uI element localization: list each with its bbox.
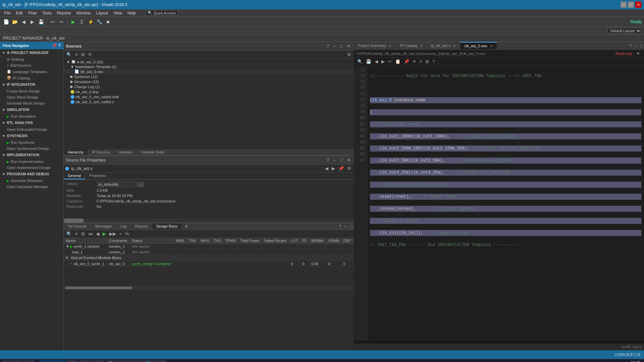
minimize-button[interactable]: ─ <box>621 2 627 8</box>
editor-cut-button[interactable]: ✂ <box>387 58 393 65</box>
stop-button[interactable]: ■ <box>104 18 112 26</box>
back-button[interactable]: ◀ <box>19 18 28 26</box>
sources-minimize-button[interactable]: ─ <box>332 43 337 49</box>
quick-access-bar[interactable]: 🔍 Quick Access <box>145 10 178 16</box>
tab-close-icon[interactable]: ✕ <box>490 44 493 48</box>
tree-item-synthesis[interactable]: ▶ Synthesis (12) <box>64 74 354 79</box>
tab-compile-order[interactable]: Compile Order <box>137 149 169 155</box>
editor-paste-button[interactable]: 📌 <box>402 58 411 65</box>
editor-copy-button[interactable]: 📋 <box>394 58 402 65</box>
editor-grid-button[interactable]: ⊞ <box>424 58 430 65</box>
editor-close-file-button[interactable]: ✕ <box>635 50 641 57</box>
bottom-help-button[interactable]: ? <box>338 223 343 230</box>
open-button[interactable]: 📂 <box>11 18 19 26</box>
new-button[interactable]: 📄 <box>2 18 10 26</box>
flow-item-open-synth-design[interactable]: Open Synthesized Design <box>0 145 63 152</box>
tab-close-icon[interactable]: ✕ <box>420 44 423 48</box>
props-settings-button[interactable]: ⚙ <box>346 165 353 172</box>
menu-help[interactable]: Help <box>125 10 139 16</box>
taskbar-app-edge[interactable]: 🌐 <box>142 360 154 362</box>
menu-reports[interactable]: Reports <box>54 10 73 16</box>
flow-item-create-block-design[interactable]: Create Block Design <box>0 88 63 94</box>
flow-item-language-templates[interactable]: 📋 Language Templates <box>0 68 63 75</box>
taskbar-app-search[interactable]: 🔍 <box>13 360 23 362</box>
tab-project-summary[interactable]: Project Summary ✕ <box>354 42 396 49</box>
editor-delete-button[interactable]: ✕ <box>411 58 418 65</box>
scroll-thumb[interactable] <box>65 287 132 289</box>
tree-item-simulation[interactable]: ▶ Simulation (10) <box>64 79 354 84</box>
tab-ip-clk-wiz[interactable]: ip_clk_wiz.v ✕ <box>427 42 461 49</box>
flow-item-settings[interactable]: ⚙ Settings <box>0 56 63 62</box>
props-next-button[interactable]: ▶ <box>330 165 336 172</box>
editor-comment-button[interactable]: // <box>418 58 423 65</box>
flow-item-generate-block-design[interactable]: Generate Block Design <box>0 100 63 106</box>
taskbar-app-browser[interactable]: 🦊 <box>79 360 92 362</box>
scroll-thumb[interactable] <box>354 340 364 344</box>
sources-close-button[interactable]: ✕ <box>345 43 352 49</box>
section-synthesis-header[interactable]: ▼ SYNTHESIS <box>0 132 63 139</box>
tab-ip-catalog[interactable]: IP Catalog ✕ <box>396 42 427 49</box>
props-help-button[interactable]: ? <box>325 157 330 163</box>
sources-maximize-button[interactable]: □ <box>339 43 344 49</box>
props-tab-general[interactable]: General <box>64 173 85 179</box>
flow-item-add-sources[interactable]: + Add Sources <box>0 62 63 68</box>
taskbar-app-git[interactable]: 🗂 <box>130 360 141 362</box>
taskbar-app-cmd[interactable]: ⚡ <box>155 360 167 362</box>
scroll-thumb[interactable] <box>64 219 84 223</box>
taskbar-app-taskview[interactable]: 🗂 <box>24 360 35 362</box>
runs-percent-button[interactable]: % <box>124 231 130 237</box>
bottom-maximize-button[interactable]: □ <box>348 223 354 230</box>
runs-search-button[interactable]: 🔍 <box>65 231 73 237</box>
runs-first-button[interactable]: ⏮ <box>87 231 94 237</box>
editor-minimize-button[interactable]: ─ <box>633 43 639 49</box>
tab-reports[interactable]: Reports <box>131 223 152 230</box>
flow-item-gen-bitstream[interactable]: ▶ Generate Bitstream <box>0 178 63 184</box>
horizontal-scrollbar[interactable] <box>64 219 354 223</box>
tree-item-change-log[interactable]: ▶ Change Log (1) <box>64 84 354 89</box>
editor-find-button[interactable]: ? <box>431 58 436 65</box>
section-simulation-header[interactable]: ▼ SIMULATION <box>0 106 63 113</box>
menu-view[interactable]: View <box>111 10 125 16</box>
props-prev-button[interactable]: ◀ <box>324 165 330 172</box>
run-button[interactable]: ▶ <box>69 18 77 26</box>
editor-search-button[interactable]: 🔍 <box>356 58 364 65</box>
menu-window[interactable]: Window <box>73 10 93 16</box>
bottom-close-button[interactable]: ✕ <box>183 223 190 230</box>
runs-play-button[interactable]: ▶ <box>101 231 107 237</box>
taskbar-app-qq[interactable]: 🐧 <box>92 360 104 362</box>
editor-back-button[interactable]: ◀ <box>373 58 379 65</box>
menu-flow[interactable]: Flow <box>25 10 39 16</box>
taskbar-app-wechat[interactable]: 💬 <box>105 360 117 362</box>
tree-item-sim-v[interactable]: ⬤ clk_wiz_0_sim_netlist.v <box>64 99 354 104</box>
flow-item-open-block-design[interactable]: Open Block Design <box>0 94 63 100</box>
flow-item-open-elab-design[interactable]: Open Elaborated Design <box>0 126 63 132</box>
section-pd-header[interactable]: ▼ PROGRAM AND DEBUG <box>0 171 63 178</box>
layout-selector[interactable]: Default Layout <box>607 28 641 34</box>
tree-item-instantiation-template[interactable]: ▼ Instantiation Template (1) <box>64 64 354 69</box>
close-button[interactable]: ✕ <box>635 2 641 8</box>
tab-close-icon[interactable]: ✕ <box>453 44 456 48</box>
bottom-minimize-button[interactable]: ─ <box>343 223 348 230</box>
flow-item-run-synthesis[interactable]: ▶ Run Synthesis <box>0 139 63 145</box>
tab-tcl-console[interactable]: Tcl Console <box>64 223 91 230</box>
library-browse-button[interactable]: ... <box>138 182 144 187</box>
redo-button[interactable]: ↪ <box>57 18 65 26</box>
bottom-scrollbar[interactable] <box>64 286 354 290</box>
taskbar-app-explorer[interactable]: 📁 <box>118 360 130 362</box>
section-ip-integrator-header[interactable]: ▼ IP INTEGRATOR <box>0 81 63 88</box>
flow-item-open-impl-design[interactable]: Open Implemented Design <box>0 165 63 171</box>
props-maximize-button[interactable]: □ <box>339 157 344 163</box>
props-close-button[interactable]: ✕ <box>345 157 352 163</box>
section-rtl-header[interactable]: ▼ RTL ANALYSIS <box>0 119 63 126</box>
menu-tools[interactable]: Tools <box>39 10 54 16</box>
editor-save-button[interactable]: 💾 <box>365 58 373 65</box>
taskbar-app-vivado[interactable]: V ip_clk_wiz <box>39 360 66 362</box>
sources-expand-button[interactable]: ⊞ <box>80 51 86 58</box>
editor-maximize-button[interactable]: □ <box>639 43 644 49</box>
start-button[interactable]: ⊞ <box>1 360 12 362</box>
code-content[interactable]: //------------ Begin Cut here for INSTAN… <box>367 66 644 340</box>
menu-layout[interactable]: Layout <box>93 10 111 16</box>
menu-edit[interactable]: Edit <box>13 10 25 16</box>
tab-hierarchy[interactable]: Hierarchy <box>64 149 88 155</box>
save-button[interactable]: 💾 <box>37 18 45 26</box>
